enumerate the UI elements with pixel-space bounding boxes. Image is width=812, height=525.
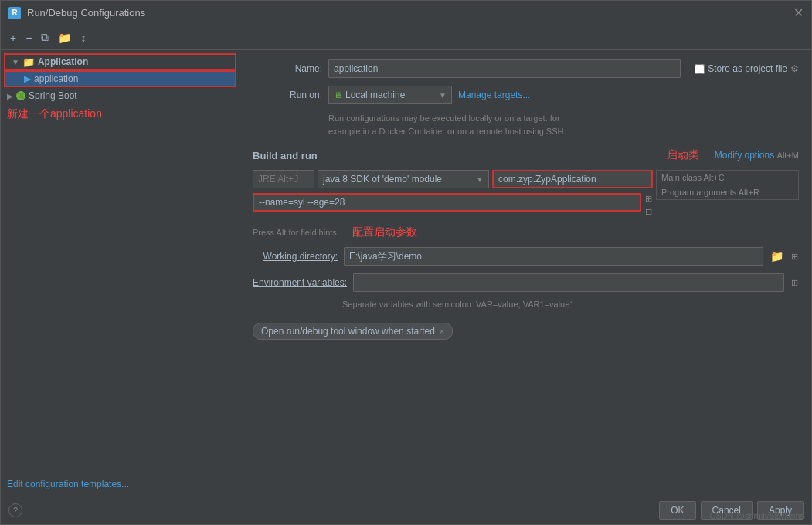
program-args-icons: ⊞ ⊟ <box>644 193 653 218</box>
main-class-input[interactable] <box>492 170 653 188</box>
run-on-label: Run on: <box>253 90 322 100</box>
tag-label: Open run/debug tool window when started <box>261 326 435 337</box>
close-button[interactable]: ✕ <box>793 7 804 19</box>
separate-hint: Separate variables with semicolon: VAR=v… <box>342 300 799 309</box>
left-panel: ▼ 📁 Application ▶ application ▶ 🌿 Spring… <box>1 50 240 496</box>
tree-application-item[interactable]: ▶ application <box>4 70 236 87</box>
expand-env-vars-button[interactable]: ⊞ <box>790 277 799 289</box>
open-file-button[interactable]: ⊟ <box>644 206 653 218</box>
sdk-value: java 8 SDK of 'demo' module <box>323 174 473 185</box>
name-label: Name: <box>253 63 322 74</box>
dialog-title: Run/Debug Configurations <box>27 7 145 19</box>
modify-options-link[interactable]: Modify options Alt+M <box>715 150 799 161</box>
copy-configuration-button[interactable]: ⧉ <box>38 29 52 46</box>
expand-icon: ▼ <box>12 58 19 66</box>
build-run-header: Build and run 启动类 Modify options Alt+M <box>253 148 799 162</box>
main-class-wrapper <box>492 170 653 188</box>
working-dir-input[interactable] <box>344 247 763 266</box>
main-class-hint: Main class Alt+C <box>657 171 798 185</box>
left-build-inputs: java 8 SDK of 'demo' module ▼ ⊞ <box>253 170 653 218</box>
annotation-new-application: 新建一个application <box>1 104 240 124</box>
working-dir-label: Working directory: <box>253 251 338 262</box>
env-vars-input[interactable] <box>353 273 784 292</box>
remove-configuration-button[interactable]: − <box>22 30 35 46</box>
hints-row: Press Alt for field hints 配置启动参数 <box>253 225 799 239</box>
tree-spring-boot[interactable]: ▶ 🌿 Spring Boot <box>1 87 240 104</box>
spring-boot-icon: 🌿 <box>16 91 25 100</box>
spring-boot-expand-icon: ▶ <box>7 92 13 100</box>
run-on-row: Run on: 🖥 Local machine ▼ Manage targets… <box>253 86 799 104</box>
program-args-row: ⊞ ⊟ <box>253 193 653 218</box>
env-vars-label: Environment variables: <box>253 277 347 288</box>
folder-button[interactable]: 📁 <box>55 30 74 46</box>
name-input[interactable] <box>328 59 681 78</box>
application-item-label: application <box>34 73 78 84</box>
app-config-icon: ▶ <box>24 73 31 84</box>
store-checkbox-group: Store as project file ⚙ <box>695 63 799 74</box>
sdk-dropdown[interactable]: java 8 SDK of 'demo' module ▼ <box>318 170 489 188</box>
left-bottom: Edit configuration templates... <box>1 472 240 496</box>
info-text: Run configurations may be executed local… <box>328 112 799 137</box>
tag-close-button[interactable]: × <box>440 327 444 336</box>
sort-button[interactable]: ↕ <box>77 30 89 46</box>
edit-templates-link[interactable]: Edit configuration templates... <box>7 479 129 489</box>
expand-program-args-button[interactable]: ⊞ <box>644 193 653 205</box>
manage-targets-link[interactable]: Manage targets... <box>458 90 530 100</box>
ok-button[interactable]: OK <box>659 501 695 520</box>
jre-input[interactable] <box>253 170 314 188</box>
program-args-hint: Program arguments Alt+R <box>657 185 798 199</box>
help-button[interactable]: ? <box>8 503 22 517</box>
settings-icon: ⚙ <box>790 63 799 74</box>
open-run-tag: Open run/debug tool window when started … <box>253 323 453 340</box>
build-run-inputs: java 8 SDK of 'demo' module ▼ ⊞ <box>253 170 799 218</box>
configurations-toolbar: + − ⧉ 📁 ↕ <box>1 25 811 50</box>
annotation-launch-class: 启动类 <box>667 148 699 162</box>
dialog-icon: R <box>8 7 21 19</box>
content-area: ▼ 📁 Application ▶ application ▶ 🌿 Spring… <box>1 50 811 496</box>
spring-boot-label: Spring Boot <box>29 90 77 101</box>
build-run-title: Build and run <box>253 150 318 161</box>
sdk-dropdown-arrow-icon: ▼ <box>476 175 484 184</box>
press-alt-hint: Press Alt for field hints <box>253 228 337 237</box>
browse-working-dir-button[interactable]: 📁 <box>770 249 784 263</box>
watermark: CSDN @shmily&&ylimhs <box>710 511 804 520</box>
bottom-bar: ? OK Cancel Apply <box>1 496 811 524</box>
hints-panel: Main class Alt+C Program arguments Alt+R <box>656 170 799 200</box>
store-as-project-checkbox[interactable] <box>695 64 705 74</box>
folder-icon: 📁 <box>22 56 35 68</box>
configurations-tree: ▼ 📁 Application ▶ application ▶ 🌿 Spring… <box>1 50 240 472</box>
add-configuration-button[interactable]: + <box>7 30 19 46</box>
local-machine-icon: 🖥 <box>334 90 342 100</box>
title-bar-left: R Run/Debug Configurations <box>8 7 145 19</box>
title-bar: R Run/Debug Configurations ✕ <box>1 1 811 25</box>
dropdown-arrow-icon: ▼ <box>439 91 447 100</box>
tag-chip-row: Open run/debug tool window when started … <box>253 323 799 340</box>
env-vars-row: Environment variables: ⊞ <box>253 273 799 292</box>
program-args-input[interactable] <box>253 193 641 212</box>
expand-working-dir-button[interactable]: ⊞ <box>790 251 799 262</box>
jre-row: java 8 SDK of 'demo' module ▼ <box>253 170 653 188</box>
store-label: Store as project file <box>708 63 787 74</box>
name-row: Name: Store as project file ⚙ <box>253 59 799 78</box>
run-on-dropdown[interactable]: 🖥 Local machine ▼ <box>328 86 452 104</box>
local-machine-text: Local machine <box>345 90 436 100</box>
tree-application-group[interactable]: ▼ 📁 Application <box>4 53 236 70</box>
application-group-label: Application <box>38 56 88 67</box>
right-panel: Name: Store as project file ⚙ Run on: 🖥 … <box>240 50 811 496</box>
annotation-config-params: 配置启动参数 <box>352 225 417 239</box>
run-debug-dialog: R Run/Debug Configurations ✕ + − ⧉ 📁 ↕ ▼… <box>0 0 812 525</box>
working-dir-row: Working directory: 📁 ⊞ <box>253 247 799 266</box>
